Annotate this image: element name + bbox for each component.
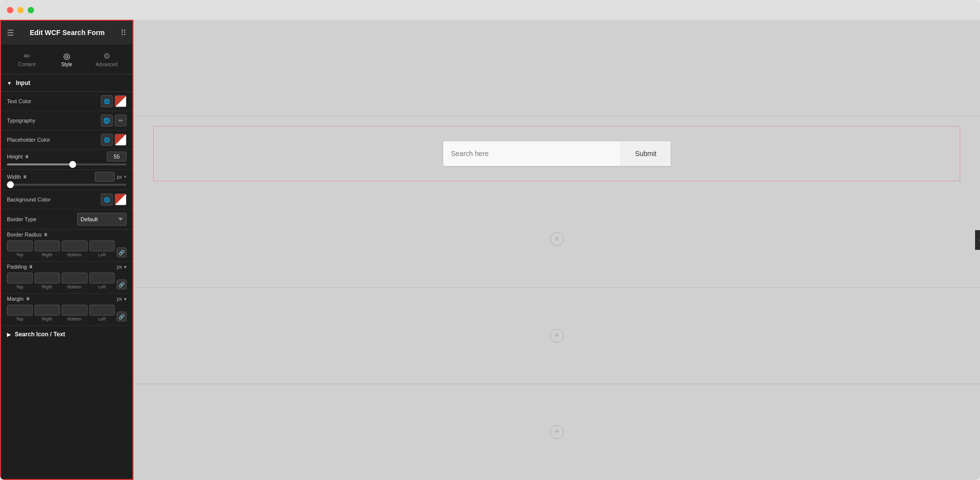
height-value-input[interactable]	[107, 152, 127, 161]
padding-right-input[interactable]	[35, 273, 60, 283]
height-slider-thumb[interactable]	[69, 161, 76, 168]
sidebar-collapse-handle[interactable]: ‹	[975, 230, 980, 250]
margin-unit-arrow[interactable]: ▾	[124, 296, 127, 302]
input-section-header[interactable]: ▼ Input	[1, 75, 132, 92]
border-radius-right-input[interactable]	[35, 240, 60, 251]
margin-left-input[interactable]	[89, 305, 115, 316]
circle-icon: ◎	[63, 51, 70, 61]
margin-responsive-icon[interactable]: 🖥	[26, 296, 30, 301]
tab-style[interactable]: ◎ Style	[47, 48, 87, 70]
canvas-row-middle: +	[133, 191, 980, 287]
app-body: ☰ Edit WCF Search Form ⠿ ✏ Content ◎ Sty…	[0, 20, 980, 480]
search-icon-text-title: Search Icon / Text	[15, 331, 65, 338]
main-canvas: Submit + + +	[133, 20, 980, 480]
margin-right-input[interactable]	[35, 305, 60, 316]
width-value-input[interactable]	[95, 172, 115, 182]
margin-row: Margin 🖥 px ▾ Top	[1, 294, 132, 326]
padding-unit-wrap: px ▾	[117, 264, 127, 270]
border-radius-left-group: Left	[89, 240, 115, 257]
border-radius-label: Border Radius 🖥	[7, 232, 48, 238]
add-row-button-last[interactable]: +	[550, 425, 564, 439]
border-type-label: Border Type	[7, 216, 37, 222]
text-color-global-btn[interactable]: 🌐	[101, 95, 113, 107]
border-radius-top-group: Top	[7, 240, 33, 257]
hamburger-icon[interactable]: ☰	[7, 28, 14, 38]
search-widget-section: Submit	[133, 116, 980, 191]
border-radius-right-group: Right	[35, 240, 60, 257]
search-icon-text-section[interactable]: ▶ Search Icon / Text	[1, 326, 132, 343]
border-radius-top-input[interactable]	[7, 240, 33, 251]
padding-unit-arrow[interactable]: ▾	[124, 264, 127, 270]
margin-bottom-group: Bottom	[62, 305, 87, 321]
minimize-button[interactable]	[17, 7, 24, 13]
search-icon-text-arrow: ▶	[7, 332, 11, 337]
text-color-swatch[interactable]	[115, 95, 127, 107]
padding-top-group: Top	[7, 273, 33, 289]
sidebar-title: Edit WCF Search Form	[30, 29, 105, 37]
background-color-global-btn[interactable]: 🌐	[101, 194, 113, 205]
gear-icon: ⚙	[103, 51, 110, 61]
width-slider-track[interactable]	[7, 184, 127, 186]
width-unit-arrow[interactable]: ▾	[124, 174, 127, 179]
typography-controls: 🌐 ✏	[101, 115, 127, 126]
border-radius-header: Border Radius 🖥	[7, 232, 127, 238]
padding-left-input[interactable]	[89, 273, 115, 283]
margin-unit-wrap: px ▾	[117, 296, 127, 302]
height-row-header: Height 🖥	[7, 152, 127, 161]
width-responsive-icon[interactable]: 🖥	[23, 174, 27, 179]
border-radius-bottom-label: Bottom	[67, 252, 82, 257]
border-radius-row: Border Radius 🖥 Top Right	[1, 230, 132, 262]
canvas-row-last: +	[133, 384, 980, 480]
typography-edit-btn[interactable]: ✏	[115, 115, 127, 126]
width-unit: px	[117, 174, 122, 180]
background-color-swatch[interactable]	[115, 194, 127, 205]
tab-advanced-label: Advanced	[95, 62, 117, 67]
placeholder-color-global-btn[interactable]: 🌐	[101, 134, 113, 146]
border-type-row: Border Type Default Solid Dashed Dotted …	[1, 209, 132, 230]
width-label: Width 🖥	[7, 174, 27, 180]
border-radius-responsive-icon[interactable]: 🖥	[43, 232, 48, 237]
tab-content[interactable]: ✏ Content	[7, 48, 47, 70]
sidebar: ☰ Edit WCF Search Form ⠿ ✏ Content ◎ Sty…	[0, 20, 133, 480]
text-color-label: Text Color	[7, 98, 32, 104]
padding-link-icon[interactable]: 🔗	[117, 280, 127, 289]
margin-right-group: Right	[35, 305, 60, 321]
input-section-title: Input	[16, 80, 30, 86]
search-submit-button[interactable]: Submit	[621, 141, 671, 166]
add-row-button-bottom[interactable]: +	[550, 329, 564, 343]
margin-bottom-input[interactable]	[62, 305, 87, 316]
placeholder-color-row: Placeholder Color 🌐	[1, 130, 132, 150]
add-row-button-middle[interactable]: +	[550, 232, 564, 246]
padding-top-input[interactable]	[7, 273, 33, 283]
padding-responsive-icon[interactable]: 🖥	[29, 264, 33, 269]
padding-left-label: Left	[98, 284, 106, 289]
border-radius-bottom-group: Bottom	[62, 240, 87, 257]
grid-icon[interactable]: ⠿	[121, 28, 127, 38]
border-type-select[interactable]: Default Solid Dashed Dotted Double None	[77, 213, 127, 226]
border-radius-left-input[interactable]	[89, 240, 115, 251]
pencil-icon: ✏	[24, 51, 30, 61]
padding-right-label: Right	[42, 284, 52, 289]
width-slider-thumb[interactable]	[7, 181, 14, 188]
border-radius-top-label: Top	[16, 252, 23, 257]
padding-left-group: Left	[89, 273, 115, 289]
typography-global-btn[interactable]: 🌐	[101, 115, 113, 126]
tab-advanced[interactable]: ⚙ Advanced	[86, 48, 127, 70]
border-radius-link-icon[interactable]: 🔗	[117, 247, 127, 257]
padding-bottom-input[interactable]	[62, 273, 87, 283]
margin-top-group: Top	[7, 305, 33, 321]
padding-unit: px	[117, 264, 122, 270]
close-button[interactable]	[7, 7, 13, 13]
margin-top-input[interactable]	[7, 305, 33, 316]
height-slider-track[interactable]	[7, 163, 127, 165]
border-radius-left-label: Left	[98, 252, 106, 257]
canvas-row-top	[133, 20, 980, 116]
placeholder-color-swatch[interactable]	[115, 134, 127, 146]
search-input[interactable]	[443, 141, 621, 166]
width-row-header: Width 🖥 px ▾	[7, 172, 127, 182]
maximize-button[interactable]	[28, 7, 34, 13]
border-radius-bottom-input[interactable]	[62, 240, 87, 251]
height-responsive-icon[interactable]: 🖥	[25, 154, 29, 159]
margin-link-icon[interactable]: 🔗	[117, 312, 127, 321]
border-radius-inputs: Top Right Bottom	[7, 240, 115, 257]
